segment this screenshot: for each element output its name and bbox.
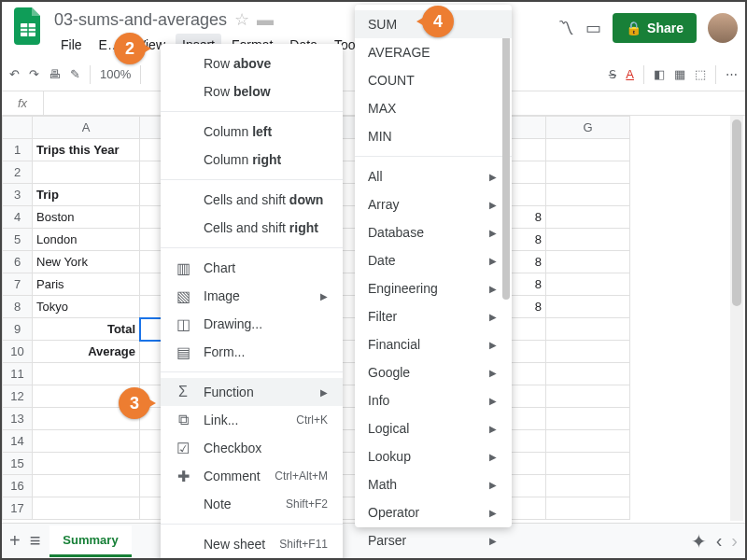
row-header[interactable]: 7 bbox=[3, 273, 33, 296]
menu-item-image[interactable]: ▧Image▶ bbox=[161, 282, 343, 310]
row-header[interactable]: 5 bbox=[3, 229, 33, 251]
star-icon[interactable]: ☆ bbox=[234, 9, 249, 30]
print-icon[interactable]: 🖶 bbox=[49, 67, 61, 81]
menu-item-link-[interactable]: ⧉Link...Ctrl+K bbox=[161, 406, 343, 434]
row-header[interactable]: 17 bbox=[3, 497, 33, 520]
cell[interactable]: Trips this Year bbox=[33, 139, 140, 161]
row-header[interactable]: 9 bbox=[3, 318, 33, 341]
scroll-left-icon[interactable]: ‹ bbox=[716, 530, 723, 552]
cell[interactable] bbox=[546, 161, 630, 184]
vertical-scrollbar[interactable] bbox=[730, 116, 743, 521]
fn-category-filter[interactable]: Filter▶ bbox=[355, 302, 512, 330]
fn-category-all[interactable]: All▶ bbox=[355, 162, 512, 190]
row-header[interactable]: 1 bbox=[3, 139, 33, 161]
row-header[interactable]: 8 bbox=[3, 296, 33, 318]
all-sheets-button[interactable]: ≡ bbox=[30, 530, 41, 552]
avatar[interactable] bbox=[708, 13, 738, 43]
zoom-select[interactable]: 100% bbox=[100, 67, 131, 81]
cell[interactable] bbox=[33, 430, 140, 453]
fn-max[interactable]: MAX bbox=[355, 94, 512, 122]
comments-icon[interactable]: ▭ bbox=[585, 18, 601, 38]
menu-item-column-right[interactable]: Column right bbox=[161, 146, 343, 174]
fn-category-engineering[interactable]: Engineering▶ bbox=[355, 274, 512, 302]
cell[interactable] bbox=[546, 475, 630, 497]
cell[interactable] bbox=[546, 296, 630, 318]
col-header[interactable]: G bbox=[546, 117, 630, 139]
tab-summary[interactable]: Summary bbox=[49, 525, 131, 557]
fn-category-math[interactable]: Math▶ bbox=[355, 470, 512, 498]
fn-category-statistical[interactable]: Statistical▶ bbox=[355, 554, 512, 560]
fn-category-array[interactable]: Array▶ bbox=[355, 190, 512, 218]
menu-item-drawing-[interactable]: ◫Drawing... bbox=[161, 310, 343, 338]
paint-icon[interactable]: ✎ bbox=[70, 67, 80, 81]
cell[interactable] bbox=[546, 184, 630, 206]
cell[interactable] bbox=[546, 497, 630, 520]
menu-item-form-[interactable]: ▤Form... bbox=[161, 338, 343, 366]
menu-item-cells-and-shift-right[interactable]: Cells and shift right bbox=[161, 214, 343, 242]
row-header[interactable]: 12 bbox=[3, 385, 33, 408]
menu-item-column-left[interactable]: Column left bbox=[161, 118, 343, 146]
scroll-right-icon[interactable]: › bbox=[731, 530, 738, 552]
fn-category-google[interactable]: Google▶ bbox=[355, 358, 512, 386]
menu-item-cells-and-shift-down[interactable]: Cells and shift down bbox=[161, 186, 343, 214]
borders-icon[interactable]: ▦ bbox=[674, 67, 685, 81]
cell[interactable]: Tokyo bbox=[33, 296, 140, 318]
fn-category-financial[interactable]: Financial▶ bbox=[355, 330, 512, 358]
menu-item-chart[interactable]: ▥Chart bbox=[161, 254, 343, 282]
fn-average[interactable]: AVERAGE bbox=[355, 38, 512, 66]
cell[interactable] bbox=[546, 453, 630, 475]
cell[interactable] bbox=[546, 408, 630, 430]
fn-category-info[interactable]: Info▶ bbox=[355, 386, 512, 414]
row-header[interactable]: 15 bbox=[3, 453, 33, 475]
cell[interactable] bbox=[546, 251, 630, 273]
cell[interactable] bbox=[546, 385, 630, 408]
undo-icon[interactable]: ↶ bbox=[9, 67, 20, 81]
fn-category-operator[interactable]: Operator▶ bbox=[355, 498, 512, 526]
row-header[interactable]: 4 bbox=[3, 206, 33, 229]
cell[interactable] bbox=[546, 341, 630, 363]
col-header[interactable]: A bbox=[33, 117, 140, 139]
doc-title[interactable]: 03-sums-and-averages bbox=[54, 10, 227, 30]
redo-icon[interactable]: ↷ bbox=[29, 67, 39, 81]
row-header[interactable]: 13 bbox=[3, 408, 33, 430]
trend-icon[interactable]: 〽 bbox=[557, 19, 574, 38]
add-sheet-button[interactable]: + bbox=[9, 530, 21, 552]
fill-color-icon[interactable]: ◧ bbox=[654, 67, 665, 81]
share-button[interactable]: 🔒 Share bbox=[613, 13, 697, 43]
more-icon[interactable]: ⋯ bbox=[726, 67, 738, 81]
menu-item-row-below[interactable]: Row below bbox=[161, 77, 343, 105]
cell[interactable]: London bbox=[33, 229, 140, 251]
fn-category-parser[interactable]: Parser▶ bbox=[355, 526, 512, 554]
menu-item-checkbox[interactable]: ☑Checkbox bbox=[161, 434, 343, 462]
row-header[interactable]: 11 bbox=[3, 363, 33, 385]
menu-file[interactable]: File bbox=[54, 34, 89, 56]
cell[interactable] bbox=[33, 161, 140, 184]
menu-item-note[interactable]: NoteShift+F2 bbox=[161, 490, 343, 518]
cell[interactable] bbox=[546, 363, 630, 385]
fn-category-database[interactable]: Database▶ bbox=[355, 218, 512, 246]
cell[interactable]: New York bbox=[33, 251, 140, 273]
cell[interactable] bbox=[33, 363, 140, 385]
menu-item-new-sheet[interactable]: New sheetShift+F11 bbox=[161, 530, 343, 558]
cell[interactable] bbox=[546, 229, 630, 251]
cell[interactable] bbox=[546, 206, 630, 229]
cell[interactable] bbox=[33, 497, 140, 520]
strike-icon[interactable]: S̶ bbox=[609, 67, 616, 81]
cell[interactable]: Boston bbox=[33, 206, 140, 229]
cell[interactable] bbox=[546, 430, 630, 453]
row-header[interactable]: 16 bbox=[3, 475, 33, 497]
cell[interactable]: Trip bbox=[33, 184, 140, 206]
menu-item-comment[interactable]: ✚CommentCtrl+Alt+M bbox=[161, 462, 343, 490]
cell[interactable]: Average bbox=[33, 341, 140, 363]
folder-icon[interactable]: ▬ bbox=[257, 10, 274, 30]
menu-item-function[interactable]: ΣFunction▶ bbox=[161, 378, 343, 406]
cell[interactable] bbox=[546, 139, 630, 161]
fn-category-logical[interactable]: Logical▶ bbox=[355, 414, 512, 442]
row-header[interactable]: 3 bbox=[3, 184, 33, 206]
menu-item-row-above[interactable]: Row above bbox=[161, 49, 343, 77]
cell[interactable] bbox=[546, 273, 630, 296]
fn-category-lookup[interactable]: Lookup▶ bbox=[355, 442, 512, 470]
cell[interactable] bbox=[546, 318, 630, 341]
sheets-logo[interactable] bbox=[9, 7, 47, 45]
cell[interactable]: Total bbox=[33, 318, 140, 341]
